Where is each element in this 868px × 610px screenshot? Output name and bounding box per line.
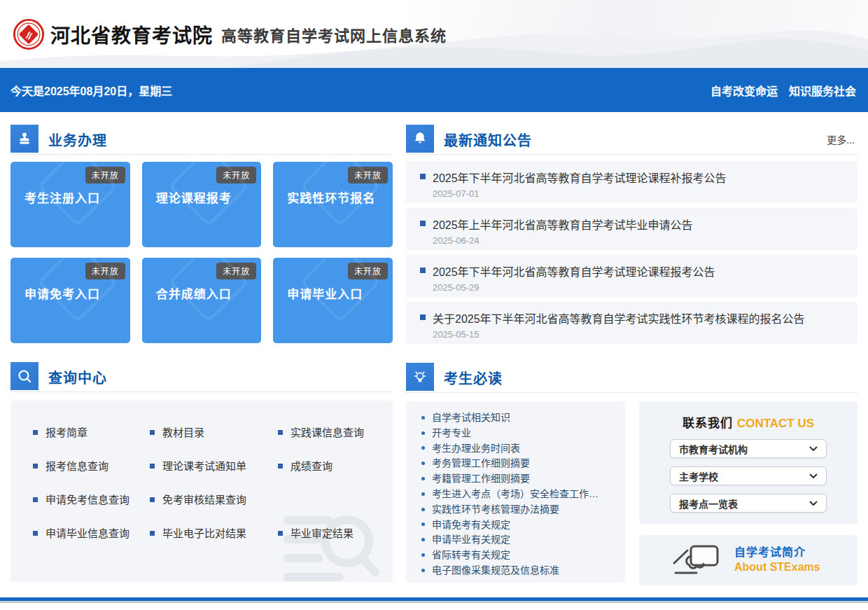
must-read-item[interactable]: 省际转考有关规定	[421, 548, 618, 563]
about-exams-link[interactable]: 自学考试简介 About STExams	[639, 535, 858, 585]
query-link-empty	[278, 492, 380, 506]
query-link[interactable]: 报考简章	[33, 424, 150, 439]
must-read-item[interactable]: 申请免考有关规定	[421, 518, 618, 533]
right-stack: 联系我们CONTACT US 市教育考试机构 主考学校 报考点一览表	[639, 401, 858, 585]
notice-title[interactable]: 2025年下半年河北省高等教育自学考试理论课程补报考公告	[433, 172, 727, 184]
dot-bullet-icon	[421, 553, 425, 557]
business-button-label: 实践性环节报名	[287, 188, 375, 206]
business-button-register[interactable]: 未开放 考生注册入口	[10, 162, 130, 247]
must-read-item[interactable]: 自学考试相关知识	[421, 410, 618, 426]
chevron-down-icon	[809, 501, 818, 506]
notice-item[interactable]: 2025年下半年河北省高等教育自学考试理论课程报考公告 2025-05-29	[406, 255, 858, 297]
query-link-label: 成绩查询	[290, 460, 332, 472]
dot-bullet-icon	[421, 477, 425, 480]
dot-bullet-icon	[421, 569, 425, 572]
lower-right-row: 自学考试相关知识 开考专业 考生办理业务时间表 考务管理工作细则摘要 考籍管理工…	[406, 401, 858, 585]
brand: 河北省教育考试院 高等教育自学考试网上信息系统	[0, 0, 868, 68]
must-read-item[interactable]: 开考专业	[421, 426, 618, 441]
bullet-icon	[420, 221, 426, 226]
current-date: 今天是2025年08月20日，星期三	[10, 82, 172, 99]
notice-item[interactable]: 2025年下半年河北省高等教育自学考试理论课程补报考公告 2025-07-01	[406, 161, 858, 203]
query-link[interactable]: 实践课信息查询	[278, 424, 380, 439]
query-link[interactable]: 免考审核结果查询	[150, 492, 278, 506]
query-link[interactable]: 成绩查询	[278, 458, 380, 473]
section-query-header: 查询中心	[10, 362, 393, 392]
chevron-down-icon	[809, 446, 818, 452]
section-notices-header: 最新通知公告 更多...	[406, 125, 858, 155]
dot-bullet-icon	[421, 462, 425, 465]
business-button-practice-signup[interactable]: 未开放 实践性环节报名	[273, 162, 393, 247]
must-read-item[interactable]: 考生进入考点（考场）安全检查工作…	[421, 487, 618, 502]
topbar: 今天是2025年08月20日，星期三 自考改变命运 知识服务社会	[0, 68, 868, 112]
bullet-icon	[150, 430, 155, 435]
select-value: 主考学校	[679, 469, 718, 483]
about-title-cn: 自学考试简介	[734, 546, 820, 560]
select-value: 报考点一览表	[679, 497, 738, 511]
must-read-label: 考生办理业务时间表	[432, 443, 520, 454]
bullet-icon	[420, 314, 426, 320]
must-read-label: 考务管理工作细则摘要	[432, 457, 530, 469]
query-link-label: 报考简章	[46, 427, 88, 438]
query-link[interactable]: 毕业电子比对结果	[150, 525, 278, 540]
query-link-label: 免考审核结果查询	[162, 494, 246, 506]
section-business-header: 业务办理	[10, 125, 393, 155]
must-read-list: 自学考试相关知识 开考专业 考生办理业务时间表 考务管理工作细则摘要 考籍管理工…	[421, 410, 618, 578]
query-link-grid: 报考简章 教材目录 实践课信息查询 报考信息查询 理论课考试通知单 成绩查询 申…	[33, 424, 380, 540]
dot-bullet-icon	[421, 508, 425, 511]
must-read-item[interactable]: 实践性环节考核管理办法摘要	[421, 502, 618, 518]
bullet-icon	[278, 464, 283, 469]
query-center-panel: 报考简章 教材目录 实践课信息查询 报考信息查询 理论课考试通知单 成绩查询 申…	[10, 401, 393, 582]
right-column: 最新通知公告 更多... 2025年下半年河北省高等教育自学考试理论课程补报考公…	[406, 112, 858, 585]
business-button-label: 合并成绩入口	[156, 284, 232, 302]
dot-bullet-icon	[421, 431, 425, 435]
bullet-icon	[278, 531, 283, 536]
query-link[interactable]: 申请毕业信息查询	[33, 525, 150, 540]
notice-item[interactable]: 2025年上半年河北省高等教育自学考试毕业申请公告 2025-06-24	[406, 208, 858, 250]
business-button-merge-scores[interactable]: 未开放 合并成绩入口	[142, 258, 262, 343]
business-button-theory-apply[interactable]: 未开放 理论课程报考	[142, 162, 262, 247]
page: 河北省教育考试院 高等教育自学考试网上信息系统 今天是2025年08月20日，星…	[0, 0, 868, 610]
bullet-icon	[420, 268, 426, 273]
site-header: 河北省教育考试院 高等教育自学考试网上信息系统	[0, 0, 868, 68]
contact-select-registration-points[interactable]: 报考点一览表	[670, 494, 827, 513]
section-mustread-header: 考生必读	[406, 363, 858, 393]
must-read-item[interactable]: 电子图像采集规范及信息标准	[421, 563, 618, 578]
query-link-label: 理论课考试通知单	[162, 460, 246, 472]
must-read-label: 实践性环节考核管理办法摘要	[432, 504, 559, 515]
notice-title[interactable]: 2025年上半年河北省高等教育自学考试毕业申请公告	[433, 219, 693, 231]
query-link[interactable]: 报考信息查询	[33, 458, 150, 473]
notice-list: 2025年下半年河北省高等教育自学考试理论课程补报考公告 2025-07-01 …	[406, 161, 858, 344]
must-read-item[interactable]: 考籍管理工作细则摘要	[421, 471, 618, 487]
lightbulb-icon	[406, 363, 434, 391]
contact-title: 联系我们CONTACT US	[639, 413, 858, 431]
query-link-label: 实践课信息查询	[290, 427, 364, 438]
status-badge: 未开放	[348, 263, 388, 279]
must-read-label: 自学考试相关知识	[432, 412, 510, 423]
query-link[interactable]: 毕业审定结果	[278, 525, 380, 540]
business-button-label: 考生注册入口	[24, 188, 100, 206]
about-title-en: About STExams	[734, 560, 820, 575]
query-link[interactable]: 教材目录	[150, 424, 278, 439]
must-read-item[interactable]: 申请毕业有关规定	[421, 532, 618, 548]
must-read-item[interactable]: 考务管理工作细则摘要	[421, 456, 618, 471]
status-badge: 未开放	[216, 167, 256, 183]
business-button-graduation[interactable]: 未开放 申请毕业入口	[273, 258, 393, 343]
notice-title[interactable]: 2025年下半年河北省高等教育自学考试理论课程报考公告	[433, 266, 715, 278]
dot-bullet-icon	[421, 492, 425, 496]
query-link[interactable]: 申请免考信息查询	[33, 492, 150, 506]
dot-bullet-icon	[421, 416, 425, 420]
must-read-item[interactable]: 考生办理业务时间表	[421, 441, 618, 457]
contact-title-en: CONTACT US	[737, 417, 814, 430]
notice-item[interactable]: 关于2025年下半年河北省高等教育自学考试实践性环节考核课程的报名公告 2025…	[406, 302, 858, 344]
contact-select-exam-org[interactable]: 市教育考试机构	[670, 439, 827, 458]
must-read-label: 考生进入考点（考场）安全检查工作…	[432, 488, 598, 499]
must-read-label: 省际转考有关规定	[432, 549, 510, 560]
business-button-grid: 未开放 考生注册入口 未开放 理论课程报考 未开放 实践性环节报名 未开放 申请…	[10, 162, 393, 343]
section-title-query: 查询中心	[48, 367, 107, 387]
contact-title-cn: 联系我们	[682, 417, 733, 430]
query-link[interactable]: 理论课考试通知单	[150, 458, 278, 473]
notice-title[interactable]: 关于2025年下半年河北省高等教育自学考试实践性环节考核课程的报名公告	[433, 313, 805, 325]
contact-select-host-school[interactable]: 主考学校	[670, 466, 827, 485]
more-link[interactable]: 更多...	[827, 132, 858, 146]
business-button-exemption[interactable]: 未开放 申请免考入口	[10, 258, 130, 343]
